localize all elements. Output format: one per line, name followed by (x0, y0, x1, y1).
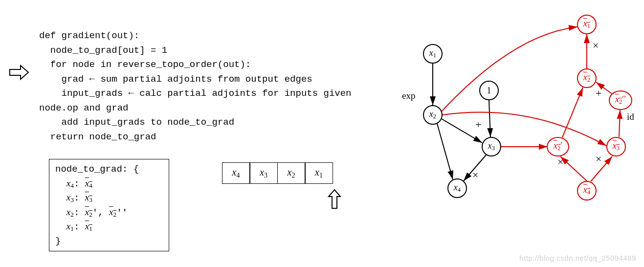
node-x3bar: x3 (606, 137, 626, 156)
box-entry: x3: x3 (55, 191, 163, 205)
topo-cell: x2 (277, 162, 306, 184)
code-line: def gradient(out): (39, 30, 139, 41)
box-title: node_to_grad: { (55, 162, 163, 177)
node-x1bar: x1 (577, 15, 597, 34)
up-arrow-icon (328, 189, 341, 213)
topo-cell: x4 (222, 162, 250, 184)
svg-line-7 (619, 110, 620, 137)
code-line: add input_grads to node_to_grad (39, 117, 234, 128)
op-label-exp: exp (402, 90, 415, 101)
op-label-id: id (627, 111, 634, 122)
svg-line-5 (560, 156, 587, 181)
node-x1: x1 (423, 44, 443, 64)
node-x2bar: x2 (577, 68, 597, 88)
node-x3: x3 (482, 137, 501, 156)
code-line: for node in reverse_topo_order(out): (39, 59, 251, 70)
node-x4bar: x4 (577, 181, 597, 200)
code-line: node_to_grad[out] = 1 (39, 45, 167, 56)
code-line: grad ← sum partial adjoints from output … (39, 74, 312, 85)
watermark: http://blog.csdn.net/qq_25094489 (519, 254, 636, 262)
node-x2: x2 (423, 105, 443, 125)
computation-graph: x1 x2 1 x3 x4 x1 x2 x2′′ x2′ x3 x4 exp +… (401, 5, 636, 215)
box-entry: x1: x1 (55, 220, 163, 234)
topo-order-row: x4 x3 x2 x1 (222, 162, 333, 184)
box-close: } (55, 234, 163, 248)
op-label-plus2: + (596, 87, 601, 100)
node-x2bar-pp: x2′′ (609, 90, 632, 110)
op-label-times3: × (596, 153, 601, 165)
node-x4: x4 (447, 178, 467, 198)
op-label-plus: + (475, 118, 481, 131)
op-label-times2: × (557, 156, 563, 168)
right-arrow-icon (9, 64, 30, 84)
box-entry: x2: x2′, x2′′ (55, 205, 163, 220)
code-line: node.op and grad (39, 103, 128, 113)
node-x2bar-p: x2′ (547, 137, 569, 156)
node-one: 1 (479, 81, 499, 100)
code-line: input_grads ← calc partial adjoints for … (39, 88, 352, 99)
box-entry: x4: x4 (55, 177, 163, 191)
op-label-times-top: × (593, 39, 599, 52)
topo-cell: x1 (305, 162, 333, 184)
svg-line-1 (489, 100, 490, 137)
topo-cell: x3 (249, 162, 278, 184)
code-line: return node_to_grad (39, 132, 156, 142)
op-label-times: × (472, 169, 478, 181)
pseudocode: def gradient(out): node_to_grad[out] = 1… (39, 15, 352, 144)
node-to-grad-box: node_to_grad: { x4: x4 x3: x3 x2: x2′, x… (49, 159, 169, 251)
svg-line-3 (437, 124, 453, 179)
